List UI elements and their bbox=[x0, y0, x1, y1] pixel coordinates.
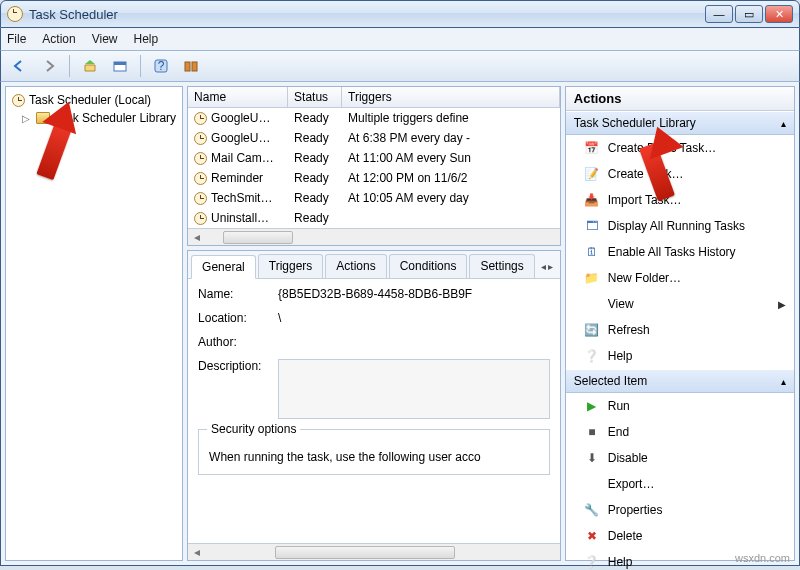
location-value: \ bbox=[278, 311, 550, 325]
task-trigger bbox=[342, 210, 560, 226]
action-enable-all-tasks-history[interactable]: 🗓Enable All Tasks History bbox=[566, 239, 794, 265]
action-icon: 📥 bbox=[584, 192, 600, 208]
collapse-icon[interactable]: ▴ bbox=[781, 376, 786, 387]
action-label: View bbox=[608, 297, 634, 311]
panes-button[interactable] bbox=[179, 54, 203, 78]
table-row[interactable]: Uninstall…Ready bbox=[188, 208, 560, 228]
collapse-icon[interactable]: ▴ bbox=[781, 118, 786, 129]
security-options-group: Security options When running the task, … bbox=[198, 429, 550, 475]
table-row[interactable]: Mail Cam…ReadyAt 11:00 AM every Sun bbox=[188, 148, 560, 168]
svg-rect-4 bbox=[185, 62, 190, 71]
action-new-folder[interactable]: 📁New Folder… bbox=[566, 265, 794, 291]
action-icon: 📁 bbox=[584, 270, 600, 286]
action-label: Enable All Tasks History bbox=[608, 245, 736, 259]
action-export[interactable]: Export… bbox=[566, 471, 794, 497]
table-row[interactable]: GoogleU…ReadyAt 6:38 PM every day - bbox=[188, 128, 560, 148]
forward-button[interactable] bbox=[37, 54, 61, 78]
col-status[interactable]: Status bbox=[288, 87, 342, 107]
task-status: Ready bbox=[288, 190, 342, 206]
tab-scroll-right[interactable]: ▸ bbox=[548, 261, 553, 272]
action-label: Refresh bbox=[608, 323, 650, 337]
close-button[interactable]: ✕ bbox=[765, 5, 793, 23]
menu-view[interactable]: View bbox=[92, 32, 118, 46]
tree-item-library[interactable]: ▷ Task Scheduler Library bbox=[8, 109, 180, 127]
action-display-all-running-tasks[interactable]: 🗔Display All Running Tasks bbox=[566, 213, 794, 239]
task-status: Ready bbox=[288, 210, 342, 226]
tab-scroll-left[interactable]: ◂ bbox=[541, 261, 546, 272]
actions-header: Actions bbox=[566, 87, 794, 111]
scrollbar-thumb[interactable] bbox=[223, 231, 293, 244]
tab-settings[interactable]: Settings bbox=[469, 254, 534, 278]
actions-section-library[interactable]: Task Scheduler Library ▴ bbox=[566, 111, 794, 135]
scheduler-icon bbox=[12, 94, 25, 107]
task-icon bbox=[194, 212, 207, 225]
action-label: New Folder… bbox=[608, 271, 681, 285]
task-icon bbox=[194, 192, 207, 205]
menu-action[interactable]: Action bbox=[42, 32, 75, 46]
action-properties[interactable]: 🔧Properties bbox=[566, 497, 794, 523]
task-icon bbox=[194, 172, 207, 185]
action-icon bbox=[584, 296, 600, 312]
action-icon: 🗓 bbox=[584, 244, 600, 260]
action-icon: 📝 bbox=[584, 166, 600, 182]
task-icon bbox=[194, 112, 207, 125]
task-trigger: At 12:00 PM on 11/6/2 bbox=[342, 170, 560, 186]
table-row[interactable]: GoogleU…ReadyMultiple triggers define bbox=[188, 108, 560, 128]
actions-section-selected[interactable]: Selected Item ▴ bbox=[566, 369, 794, 393]
task-name: GoogleU… bbox=[211, 131, 270, 145]
horizontal-scrollbar[interactable]: ◂ bbox=[188, 228, 560, 245]
maximize-button[interactable]: ▭ bbox=[735, 5, 763, 23]
action-delete[interactable]: ✖Delete bbox=[566, 523, 794, 549]
action-label: Properties bbox=[608, 503, 663, 517]
action-label: Help bbox=[608, 349, 633, 363]
svg-rect-5 bbox=[192, 62, 197, 71]
action-disable[interactable]: ⬇Disable bbox=[566, 445, 794, 471]
action-create-task[interactable]: 📝Create Task… bbox=[566, 161, 794, 187]
tree-root[interactable]: Task Scheduler (Local) bbox=[8, 91, 180, 109]
action-refresh[interactable]: 🔄Refresh bbox=[566, 317, 794, 343]
scrollbar-thumb[interactable] bbox=[275, 546, 455, 559]
action-icon: 📅 bbox=[584, 140, 600, 156]
action-icon: ❔ bbox=[584, 554, 600, 570]
table-row[interactable]: TechSmit…ReadyAt 10:05 AM every day bbox=[188, 188, 560, 208]
up-button[interactable] bbox=[78, 54, 102, 78]
task-name: Mail Cam… bbox=[211, 151, 274, 165]
panel-toggle-button[interactable] bbox=[108, 54, 132, 78]
action-view[interactable]: View▶ bbox=[566, 291, 794, 317]
actions-pane: Actions Task Scheduler Library ▴ 📅Create… bbox=[565, 86, 795, 561]
tab-actions[interactable]: Actions bbox=[325, 254, 386, 278]
task-name: TechSmit… bbox=[211, 191, 272, 205]
security-options-text: When running the task, use the following… bbox=[209, 450, 539, 464]
task-icon bbox=[194, 132, 207, 145]
col-triggers[interactable]: Triggers bbox=[342, 87, 560, 107]
detail-horizontal-scrollbar[interactable]: ◂ bbox=[188, 543, 560, 560]
action-icon: 🔄 bbox=[584, 322, 600, 338]
task-icon bbox=[194, 152, 207, 165]
task-status: Ready bbox=[288, 170, 342, 186]
expand-icon[interactable]: ▷ bbox=[22, 113, 32, 124]
tab-triggers[interactable]: Triggers bbox=[258, 254, 324, 278]
task-trigger: At 10:05 AM every day bbox=[342, 190, 560, 206]
action-import-task[interactable]: 📥Import Task… bbox=[566, 187, 794, 213]
action-label: Help bbox=[608, 555, 633, 569]
tab-conditions[interactable]: Conditions bbox=[389, 254, 468, 278]
action-run[interactable]: ▶Run bbox=[566, 393, 794, 419]
action-icon: ❔ bbox=[584, 348, 600, 364]
task-name: Uninstall… bbox=[211, 211, 269, 225]
table-row[interactable]: ReminderReadyAt 12:00 PM on 11/6/2 bbox=[188, 168, 560, 188]
menu-help[interactable]: Help bbox=[134, 32, 159, 46]
minimize-button[interactable]: — bbox=[705, 5, 733, 23]
tab-general[interactable]: General bbox=[191, 255, 256, 279]
menu-file[interactable]: File bbox=[7, 32, 26, 46]
help-button[interactable]: ? bbox=[149, 54, 173, 78]
action-help[interactable]: ❔Help bbox=[566, 343, 794, 369]
action-icon: ⬇ bbox=[584, 450, 600, 466]
action-end[interactable]: ■End bbox=[566, 419, 794, 445]
security-options-label: Security options bbox=[207, 422, 300, 436]
task-name: Reminder bbox=[211, 171, 263, 185]
action-label: Display All Running Tasks bbox=[608, 219, 745, 233]
back-button[interactable] bbox=[7, 54, 31, 78]
col-name[interactable]: Name bbox=[188, 87, 288, 107]
task-status: Ready bbox=[288, 110, 342, 126]
action-icon: 🔧 bbox=[584, 502, 600, 518]
